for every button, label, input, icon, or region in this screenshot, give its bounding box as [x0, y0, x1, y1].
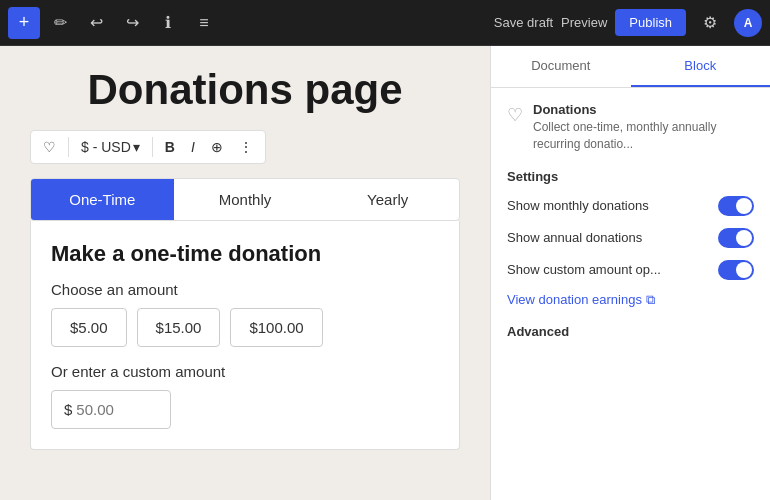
- external-link-icon: ⧉: [646, 292, 655, 308]
- tab-block[interactable]: Block: [631, 46, 771, 87]
- amount-button-3[interactable]: $100.00: [230, 308, 322, 347]
- custom-amount-field[interactable]: $: [51, 390, 171, 429]
- donation-content: Make a one-time donation Choose an amoun…: [30, 221, 460, 450]
- view-earnings-label: View donation earnings: [507, 292, 642, 307]
- setting-monthly-label: Show monthly donations: [507, 198, 649, 213]
- setting-show-custom: Show custom amount op...: [507, 260, 754, 280]
- undo-button[interactable]: ↩: [80, 7, 112, 39]
- info-button[interactable]: ℹ: [152, 7, 184, 39]
- currency-label: $ - USD: [81, 139, 131, 155]
- list-icon: ≡: [199, 14, 208, 32]
- preview-button[interactable]: Preview: [561, 15, 607, 30]
- redo-button[interactable]: ↪: [116, 7, 148, 39]
- choose-amount-label: Choose an amount: [51, 281, 439, 298]
- divider2: [152, 137, 153, 157]
- editor-area: Donations page ♡ $ - USD ▾ B I ⊕ ⋮: [0, 46, 490, 500]
- block-info: ♡ Donations Collect one-time, monthly an…: [507, 102, 754, 153]
- more-icon: ⋮: [239, 139, 253, 155]
- gear-icon: ⚙: [703, 13, 717, 32]
- page-title: Donations page: [30, 66, 460, 114]
- save-draft-button[interactable]: Save draft: [494, 15, 553, 30]
- setting-show-annual: Show annual donations: [507, 228, 754, 248]
- heart-toolbar-button[interactable]: ♡: [37, 135, 62, 159]
- block-info-description: Collect one-time, monthly annually recur…: [533, 119, 754, 153]
- add-icon: +: [19, 12, 30, 33]
- donations-icon: ♡: [507, 104, 523, 126]
- main-layout: Donations page ♡ $ - USD ▾ B I ⊕ ⋮: [0, 46, 770, 500]
- publish-button[interactable]: Publish: [615, 9, 686, 36]
- user-avatar-button[interactable]: A: [734, 9, 762, 37]
- info-icon: ℹ: [165, 13, 171, 32]
- redo-icon: ↪: [126, 13, 139, 32]
- settings-section-title: Settings: [507, 169, 754, 184]
- undo-icon: ↩: [90, 13, 103, 32]
- custom-amount-input[interactable]: [76, 401, 146, 418]
- add-block-button[interactable]: +: [8, 7, 40, 39]
- toggle-show-custom[interactable]: [718, 260, 754, 280]
- amount-options: $5.00 $15.00 $100.00: [51, 308, 439, 347]
- amount-button-2[interactable]: $15.00: [137, 308, 221, 347]
- custom-amount-label: Or enter a custom amount: [51, 363, 439, 380]
- tab-yearly[interactable]: Yearly: [316, 179, 459, 220]
- view-earnings-link[interactable]: View donation earnings ⧉: [507, 292, 754, 308]
- link-icon: ⊕: [211, 139, 223, 155]
- block-toolbar: ♡ $ - USD ▾ B I ⊕ ⋮: [30, 130, 266, 164]
- toggle-show-annual[interactable]: [718, 228, 754, 248]
- setting-custom-label: Show custom amount op...: [507, 262, 661, 277]
- italic-label: I: [191, 139, 195, 155]
- amount-button-1[interactable]: $5.00: [51, 308, 127, 347]
- panel-content: ♡ Donations Collect one-time, monthly an…: [491, 88, 770, 500]
- tab-document[interactable]: Document: [491, 46, 631, 87]
- tab-one-time[interactable]: One-Time: [31, 179, 174, 220]
- italic-button[interactable]: I: [185, 135, 201, 159]
- panel-tabs: Document Block: [491, 46, 770, 88]
- top-toolbar: + ✏ ↩ ↪ ℹ ≡ Save draft Preview Publish ⚙…: [0, 0, 770, 46]
- toolbar-right: Save draft Preview Publish ⚙ A: [494, 7, 762, 39]
- divider: [68, 137, 69, 157]
- setting-show-monthly: Show monthly donations: [507, 196, 754, 216]
- link-button[interactable]: ⊕: [205, 135, 229, 159]
- setting-annual-label: Show annual donations: [507, 230, 642, 245]
- advanced-section-title: Advanced: [507, 324, 754, 339]
- block-info-text: Donations Collect one-time, monthly annu…: [533, 102, 754, 153]
- toggle-show-monthly[interactable]: [718, 196, 754, 216]
- currency-selector-button[interactable]: $ - USD ▾: [75, 135, 146, 159]
- more-options-button[interactable]: ⋮: [233, 135, 259, 159]
- bold-button[interactable]: B: [159, 135, 181, 159]
- currency-symbol: $: [64, 401, 72, 418]
- pencil-icon: ✏: [54, 13, 67, 32]
- settings-button[interactable]: ⚙: [694, 7, 726, 39]
- block-info-title: Donations: [533, 102, 754, 117]
- right-panel: Document Block ♡ Donations Collect one-t…: [490, 46, 770, 500]
- heart-icon: ♡: [43, 139, 56, 155]
- tools-button[interactable]: ✏: [44, 7, 76, 39]
- chevron-down-icon: ▾: [133, 139, 140, 155]
- bold-label: B: [165, 139, 175, 155]
- list-view-button[interactable]: ≡: [188, 7, 220, 39]
- avatar: A: [744, 16, 753, 30]
- tab-monthly[interactable]: Monthly: [174, 179, 317, 220]
- donation-heading: Make a one-time donation: [51, 241, 439, 267]
- donation-tabs: One-Time Monthly Yearly: [30, 178, 460, 221]
